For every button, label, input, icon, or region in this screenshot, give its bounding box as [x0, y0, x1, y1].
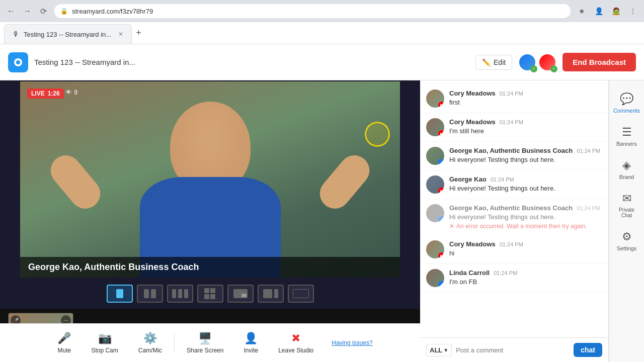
share-screen-icon: 🖥️	[198, 332, 212, 345]
comment-time: 01:24 PM	[494, 270, 517, 276]
leave-studio-button[interactable]: ✖ Leave Studio	[268, 328, 324, 358]
comment-content: Cory Meadows 01:24 PM I'm still here	[449, 118, 602, 136]
avatar-group: ✓ ✓	[518, 53, 556, 71]
avatar-chip-2: ✓	[538, 53, 556, 71]
brand-label: Brand	[619, 174, 634, 180]
new-tab-button[interactable]: +	[136, 28, 141, 38]
sidebar-banners-button[interactable]: ☰ Banners	[609, 122, 644, 151]
platform-badge-yt: ▶	[438, 188, 444, 194]
mute-button[interactable]: 🎤 Mute	[47, 328, 81, 358]
comment-error: ✕An error occurred. Wait a moment then t…	[449, 223, 602, 230]
invite-button[interactable]: 👤 Invite	[233, 328, 268, 358]
extensions-button[interactable]: 🧟	[609, 4, 623, 18]
comment-header: Linda Carroll 01:24 PM	[449, 269, 602, 277]
private-chat-label: Private Chat	[613, 207, 640, 218]
invite-label: Invite	[244, 347, 258, 354]
live-time: 1:26	[48, 90, 60, 97]
address-bar[interactable]: 🔒 streamyard.com/f3zv78hr79	[54, 4, 571, 18]
layout-single-button[interactable]	[107, 285, 133, 303]
comment-item: ▶ Cory Meadows 01:24 PM hi	[420, 235, 608, 264]
tab-close-button[interactable]: ✕	[118, 31, 123, 38]
name-banner: George Kao, Authentic Business Coach	[20, 257, 400, 278]
browser-actions: ★ 👤 🧟 ⋮	[575, 4, 640, 18]
end-broadcast-button[interactable]: End Broadcast	[562, 53, 636, 71]
layout-side-main	[263, 289, 272, 298]
comment-header: George Kao, Authentic Business Coach 01:…	[449, 147, 602, 154]
layout-dot-3a	[172, 289, 176, 298]
comment-time: 01:24 PM	[577, 148, 600, 154]
send-comment-button[interactable]: chat	[574, 343, 602, 357]
layout-three-col-button[interactable]	[167, 285, 193, 303]
sidebar-brand-button[interactable]: ◈ Brand	[609, 155, 644, 184]
reload-button[interactable]: ⟳	[36, 4, 50, 18]
lock-icon: 🔒	[60, 8, 68, 15]
comment-content: George Kao 01:24 PM Hi everyone! Testing…	[449, 175, 602, 194]
layout-two-col-button[interactable]	[137, 285, 163, 303]
cam-mic-button[interactable]: ⚙️ Cam/Mic	[128, 328, 172, 358]
sidebar-settings-button[interactable]: ⚙ Settings	[609, 226, 644, 255]
comment-avatar: ▶	[426, 240, 444, 258]
comment-header: Cory Meadows 01:24 PM	[449, 89, 602, 97]
layout-dot-single	[116, 289, 123, 298]
header-right: ✏️ Edit ✓ ✓ End Broadcast	[475, 53, 636, 71]
layout-four-col-button[interactable]	[197, 285, 223, 303]
comment-name: Cory Meadows	[449, 118, 496, 126]
edit-label: Edit	[494, 58, 506, 66]
comment-item: f Linda Carroll 01:24 PM I'm on FB	[420, 264, 608, 293]
platform-badge-yt: ▶	[438, 102, 444, 108]
share-screen-label: Share Screen	[187, 347, 223, 354]
video-feed: LIVE 1:26 👁 9 George Kao, Authentic Busi…	[20, 81, 400, 278]
banners-icon: ☰	[622, 126, 632, 139]
comment-item: ▶ Cory Meadows 01:24 PM I'm still here	[420, 113, 608, 142]
having-issues-link[interactable]: Having issues?	[332, 339, 372, 346]
edit-icon: ✏️	[482, 58, 491, 66]
live-label: LIVE	[31, 90, 45, 97]
comment-content: Linda Carroll 01:24 PM I'm on FB	[449, 269, 602, 287]
platform-badge-yt: ▶	[438, 130, 444, 136]
all-filter-select[interactable]: ALL ▼	[426, 344, 452, 356]
toolbar-divider	[174, 333, 175, 353]
comment-header: George Kao, Authentic Business Coach 01:…	[449, 204, 602, 212]
active-tab[interactable]: 🎙 Testing 123 -- Streamyard in... ✕	[4, 24, 132, 44]
svg-point-2	[16, 60, 20, 64]
comment-time: 01:24 PM	[500, 119, 523, 125]
comment-text-input[interactable]	[456, 344, 570, 356]
avatar-check-2: ✓	[550, 65, 557, 72]
comments-scroll[interactable]: ▶ Cory Meadows 01:24 PM first ▶ Cory Mea…	[420, 80, 608, 337]
comment-name: Linda Carroll	[449, 269, 490, 277]
layout-blank-button[interactable]	[288, 285, 314, 303]
comment-avatar: ▶	[426, 89, 444, 108]
comment-text: I'm on FB	[449, 278, 602, 287]
edit-button[interactable]: ✏️ Edit	[475, 55, 512, 70]
comment-input-area: ALL ▼ chat	[420, 337, 608, 362]
layout-four-inner	[204, 288, 216, 299]
platform-badge-yt: ▶	[438, 252, 444, 258]
bookmark-button[interactable]: ★	[575, 4, 589, 18]
layout-quad-2	[210, 288, 215, 293]
share-screen-button[interactable]: 🖥️ Share Screen	[177, 328, 233, 358]
comments-label: Comments	[613, 108, 640, 114]
menu-button[interactable]: ⋮	[626, 4, 640, 18]
comment-avatar: f	[426, 204, 444, 222]
layout-side-button[interactable]	[258, 285, 284, 303]
comment-text: first	[449, 98, 602, 107]
comment-item: ▶ Cory Meadows 01:24 PM first	[420, 84, 608, 113]
app-header: Testing 123 -- Streamyard in... ✏️ Edit …	[0, 44, 644, 80]
cam-mic-icon: ⚙️	[143, 332, 157, 345]
mute-label: Mute	[58, 347, 71, 354]
comment-item: f George Kao, Authentic Business Coach 0…	[420, 142, 608, 170]
comment-text: hi	[449, 249, 602, 258]
comment-text: I'm still here	[449, 127, 602, 136]
back-button[interactable]: ←	[4, 4, 18, 18]
all-label: ALL	[430, 346, 442, 354]
sidebar-comments-button[interactable]: 💬 Comments	[609, 88, 644, 118]
stop-cam-button[interactable]: 📷 Stop Cam	[81, 328, 128, 358]
avatar-check-1: ✓	[530, 65, 537, 72]
stop-cam-label: Stop Cam	[91, 347, 118, 354]
avatar-chip-1: ✓	[518, 53, 536, 71]
layout-pip-button[interactable]	[227, 285, 254, 303]
forward-button[interactable]: →	[20, 4, 34, 18]
leave-studio-label: Leave Studio	[278, 347, 313, 354]
account-button[interactable]: 👤	[592, 4, 606, 18]
sidebar-private-chat-button[interactable]: ✉ Private Chat	[609, 188, 644, 222]
